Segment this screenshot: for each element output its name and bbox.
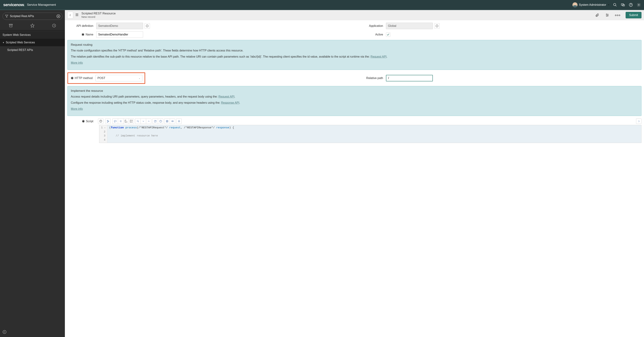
product-name: Service Management (27, 3, 56, 7)
main-content: Scripted REST Resource New record ooo Su… (65, 10, 644, 337)
callout-text: The route configuration specifies the 'H… (71, 48, 638, 53)
api-definition-info-icon[interactable] (144, 23, 150, 29)
svg-point-31 (437, 25, 437, 25)
required-icon: ✱ (71, 76, 74, 80)
svg-marker-14 (31, 24, 34, 27)
callout-text: Configure the response including setting… (71, 101, 638, 105)
replace-all-icon[interactable]: ab⇊⇆ac (129, 118, 134, 124)
more-actions-button[interactable]: ooo (613, 14, 622, 16)
back-button[interactable] (68, 12, 73, 18)
callout-heading: Implement the resource (71, 89, 638, 93)
top-bar: servicenow. Service Management System Ad… (0, 0, 644, 10)
script-label: Script (86, 120, 93, 123)
chevron-down-icon: ⌄ (138, 77, 140, 79)
application-info-icon[interactable] (434, 23, 440, 29)
application-label: Application (357, 24, 386, 27)
debug-icon[interactable] (176, 118, 182, 124)
svg-point-5 (631, 6, 631, 6)
active-checkbox[interactable] (386, 32, 390, 37)
search-code-icon[interactable] (135, 118, 140, 124)
svg-point-23 (606, 14, 607, 14)
svg-point-6 (638, 4, 639, 5)
svg-rect-36 (107, 122, 108, 122)
nav-item-scripted-rest-apis[interactable]: Scripted REST APIs (0, 46, 65, 54)
more-info-link[interactable]: More info (71, 61, 83, 64)
nav-section-system-web-services: System Web Services (0, 31, 65, 39)
required-icon: ✱ (82, 33, 84, 36)
save-icon[interactable] (164, 118, 170, 124)
chevron-down-icon (608, 4, 610, 6)
http-method-highlight: ✱HTTP method POST ⌄ (68, 72, 145, 84)
script-help-icon[interactable] (98, 118, 104, 124)
down-icon[interactable] (140, 118, 146, 124)
archive-icon[interactable] (9, 23, 13, 28)
svg-point-46 (160, 122, 161, 122)
svg-rect-37 (114, 120, 116, 122)
form-subtitle: New record (82, 15, 116, 18)
editor-gutter: 1 ▾ 2 3 4 (99, 125, 108, 143)
help-circle-icon[interactable] (158, 118, 163, 124)
chat-icon[interactable] (621, 3, 625, 7)
http-method-select[interactable]: POST ⌄ (96, 75, 142, 81)
relative-path-label: Relative path (357, 76, 386, 80)
svg-rect-35 (108, 121, 109, 121)
application-field (386, 23, 433, 29)
callout-heading: Request routing (71, 43, 638, 47)
more-info-link[interactable]: More info (71, 107, 83, 110)
editor-code[interactable]: (function process(/*RESTAPIRequest*/ req… (108, 125, 641, 143)
http-method-label: HTTP method (75, 76, 92, 80)
implement-resource-callout: Implement the resource Access request de… (68, 86, 642, 116)
api-definition-label: API definition (68, 24, 96, 27)
api-definition-field (96, 23, 143, 29)
form-header: Scripted REST Resource New record ooo Su… (65, 10, 644, 20)
active-label: Active (357, 33, 386, 36)
request-api-link[interactable]: Request API (218, 95, 234, 98)
script-editor[interactable]: 1 ▾ 2 3 4 (function process(/*RESTAPIReq… (99, 125, 642, 143)
submit-button[interactable]: Submit (626, 12, 642, 18)
svg-point-52 (178, 121, 180, 122)
toggle-icon[interactable] (170, 118, 175, 124)
collapse-icon[interactable] (2, 330, 6, 334)
search-icon[interactable] (613, 3, 617, 7)
request-api-link[interactable]: Request API (370, 55, 386, 58)
format-icon[interactable] (118, 118, 123, 124)
replace-icon[interactable]: ab⇆ac (123, 118, 129, 124)
settings-icon[interactable] (605, 13, 609, 17)
popout-icon[interactable] (152, 118, 158, 124)
logo: servicenow. (3, 2, 25, 7)
name-field[interactable] (96, 31, 143, 38)
svg-rect-49 (166, 121, 168, 122)
request-routing-callout: Request routing The route configuration … (68, 40, 642, 70)
callout-text: Access request details including URI pat… (71, 94, 638, 99)
help-icon[interactable] (629, 3, 633, 7)
expand-icon[interactable] (636, 118, 642, 124)
attachment-icon[interactable] (595, 13, 599, 17)
response-api-link[interactable]: Response API (221, 101, 239, 104)
up-icon[interactable] (146, 118, 151, 124)
script-tree-icon[interactable] (105, 118, 111, 124)
history-icon[interactable] (52, 23, 56, 28)
svg-line-44 (155, 120, 156, 121)
user-name: System Administrator (579, 3, 606, 6)
svg-point-28 (147, 25, 148, 25)
user-menu[interactable]: System Administrator (572, 2, 610, 7)
svg-point-33 (101, 122, 101, 122)
nav-group-scripted-web-services[interactable]: ▼Scripted Web Services (0, 39, 65, 46)
relative-path-field[interactable] (386, 75, 433, 81)
name-label: Name (86, 33, 93, 36)
svg-rect-12 (10, 25, 12, 27)
clear-icon[interactable] (56, 14, 60, 18)
svg-rect-34 (107, 120, 108, 121)
comment-icon[interactable] (112, 118, 118, 124)
filter-icon (5, 14, 8, 18)
svg-line-42 (138, 121, 139, 122)
context-menu-button[interactable] (75, 13, 79, 17)
gear-icon[interactable] (637, 3, 641, 7)
nav-filter-input[interactable] (10, 14, 55, 18)
nav-filter[interactable] (2, 12, 62, 20)
svg-line-1 (616, 5, 616, 6)
required-icon: ✱ (82, 119, 85, 123)
star-icon[interactable] (30, 23, 34, 28)
sidebar: System Web Services ▼Scripted Web Servic… (0, 10, 65, 337)
svg-point-0 (614, 3, 616, 5)
